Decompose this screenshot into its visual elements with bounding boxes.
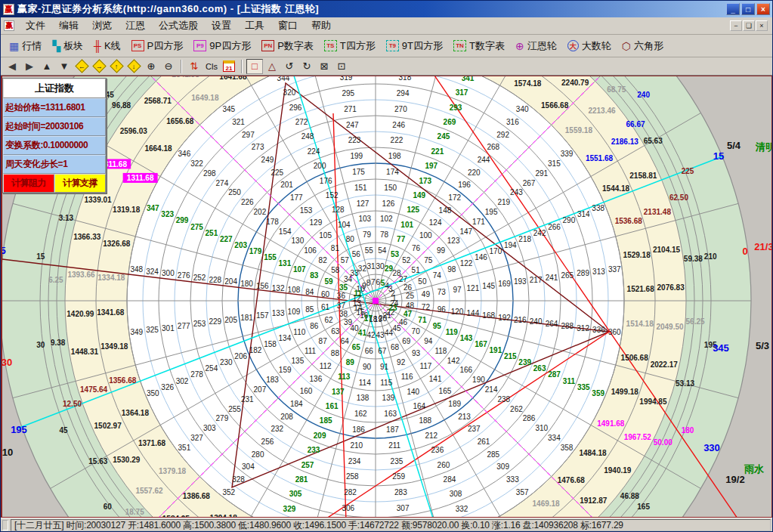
wheel-number: 227 [220, 235, 233, 243]
title-bar[interactable]: 赢 赢家-江恩证券分析系统(http://gann360.com) - [上证指… [1, 1, 772, 17]
wheel-number: 94 [424, 337, 433, 345]
toolbar-button-t-number-table[interactable]: TNT数字表 [448, 36, 510, 56]
wheel-number: 233 [308, 446, 320, 454]
menu-item-settings[interactable]: 设置 [205, 17, 238, 34]
zoom-out-icon[interactable]: ⊖ [160, 59, 177, 74]
toolbar-button-p-square[interactable]: PSP四方形 [126, 36, 189, 56]
toolbar-button-t-square[interactable]: TST四方形 [319, 36, 381, 56]
price-label: 1967.52 [624, 433, 652, 441]
wheel-number: 230 [220, 358, 233, 367]
close-button[interactable]: × [756, 3, 770, 15]
up-arrow-icon[interactable]: ▲ [39, 59, 55, 74]
child-close-button[interactable]: × [756, 20, 768, 31]
menu-item-gann[interactable]: 江恩 [119, 17, 152, 34]
toolbar-button-hexagon[interactable]: ⬡六角形 [617, 36, 669, 56]
wheel-number: 328 [232, 475, 245, 484]
price-label: 1566.68 [541, 101, 569, 110]
quotes-label: 行情 [22, 39, 42, 53]
menu-item-help[interactable]: 帮助 [305, 17, 338, 34]
pan-left-icon[interactable]: ← [73, 59, 90, 74]
wheel-number: 96 [438, 305, 447, 314]
menu-item-formula-stock-pick[interactable]: 公式选股 [152, 17, 205, 34]
square-tool-icon[interactable]: □ [246, 59, 263, 74]
down-arrow-icon[interactable]: ▼ [56, 59, 73, 74]
sectors-label: 板块 [63, 39, 83, 53]
toolbar-button-9p-square[interactable]: P99P四方形 [188, 36, 256, 56]
prev-arrow-icon[interactable]: ◀ [4, 59, 20, 74]
wheel-number: 350 [147, 389, 159, 397]
pan-up-icon[interactable]: ↑ [108, 59, 125, 74]
flip-axis-icon[interactable]: ⇅ [186, 59, 203, 74]
wheel-number: 89 [346, 358, 355, 367]
minimize-button[interactable]: _ [726, 3, 740, 15]
wheel-number: 317 [456, 88, 468, 97]
menu-item-tools[interactable]: 工具 [238, 17, 271, 34]
wheel-number: 236 [431, 446, 444, 454]
price-label: 1514.18 [626, 320, 654, 328]
wheel-number: 341 [462, 76, 475, 82]
zoom-in-icon[interactable]: ⊕ [143, 59, 159, 74]
price-label: 1641.68 [219, 76, 247, 81]
toolbar-button-gann-wheel[interactable]: ⊕江恩轮 [510, 36, 562, 56]
wheel-number: 5 [381, 279, 385, 287]
big-number-wheel-icon: 大 [567, 40, 579, 51]
toolbar-button-9t-square[interactable]: T99T四方形 [381, 36, 448, 56]
pan-down-icon[interactable]: ↓ [125, 59, 142, 74]
expand-tool-icon[interactable]: ⊠ [316, 59, 332, 74]
shrink-tool-icon[interactable]: ⊡ [333, 59, 350, 74]
sectors-icon: ▚ [52, 40, 60, 52]
wheel-number: 110 [293, 328, 305, 336]
wheel-number: 101 [400, 221, 413, 229]
toolbar-button-big-number-wheel[interactable]: 大大数轮 [562, 36, 617, 56]
wheel-number: 186 [352, 425, 365, 434]
price-label: 1502.97 [94, 422, 122, 430]
menu-item-edit[interactable]: 编辑 [52, 17, 85, 34]
cls-button[interactable]: Cls [203, 59, 220, 74]
gann-wheel-icon: ⊕ [515, 40, 524, 52]
wheel-number: 313 [592, 268, 605, 276]
calendar-icon[interactable]: 21 [221, 59, 237, 74]
gann-wheel-canvas[interactable]: 1234567891011121314151617181920212223242… [2, 76, 772, 518]
wheel-number: 126 [382, 200, 395, 208]
wheel-number: 52 [402, 256, 411, 264]
wheel-number: 116 [401, 373, 413, 381]
wheel-number: 81 [331, 244, 340, 252]
toolbar-button-p-number-table[interactable]: PNP数字表 [256, 36, 319, 56]
wheel-number: 204 [224, 277, 237, 286]
parameter-row-3: 周天变化步长=1 [3, 155, 106, 174]
maximize-button[interactable]: □ [741, 3, 755, 15]
wheel-number: 127 [357, 200, 369, 208]
wheel-number: 155 [264, 253, 277, 261]
rotate-ccw-icon[interactable]: ↺ [281, 59, 298, 74]
wheel-number: 334 [548, 434, 561, 442]
toolbar-button-kline[interactable]: ╫K线 [88, 36, 126, 56]
price-label: 1559.18 [565, 126, 593, 135]
wheel-number: 288 [561, 322, 574, 330]
wheel-number: 258 [346, 472, 359, 481]
price-label: 1371.68 [138, 439, 166, 447]
toolbar-button-sectors[interactable]: ▚板块 [47, 36, 88, 56]
calc-support-button[interactable]: 计算支撑 [54, 174, 106, 193]
wheel-number: 347 [147, 204, 159, 212]
wheel-number: 107 [293, 265, 306, 274]
next-arrow-icon[interactable]: ▶ [21, 59, 38, 74]
menu-item-window[interactable]: 窗口 [271, 17, 305, 34]
wheel-number: 213 [458, 413, 471, 421]
child-minimize-button[interactable]: − [730, 20, 742, 31]
child-restore-button[interactable]: ❏ [743, 20, 755, 31]
pan-right-icon[interactable]: → [91, 59, 107, 74]
triangle-tool-icon[interactable]: △ [264, 59, 280, 74]
menu-item-browse[interactable]: 浏览 [85, 17, 119, 34]
wheel-number: 223 [348, 136, 361, 144]
wheel-number: 41 [358, 329, 367, 337]
degree-label: 165 [637, 503, 650, 511]
rotate-cw-icon[interactable]: ↻ [298, 59, 315, 74]
menu-item-file[interactable]: 文件 [19, 17, 52, 34]
wheel-number: 91 [380, 363, 389, 371]
toolbar-button-quotes[interactable]: ▦行情 [4, 36, 47, 56]
wheel-number: 168 [482, 311, 495, 320]
price-label: 1484.18 [579, 449, 607, 457]
calc-resistance-button[interactable]: 计算阻力 [3, 174, 54, 193]
wheel-number: 97 [453, 286, 462, 294]
wheel-number: 73 [438, 288, 447, 296]
